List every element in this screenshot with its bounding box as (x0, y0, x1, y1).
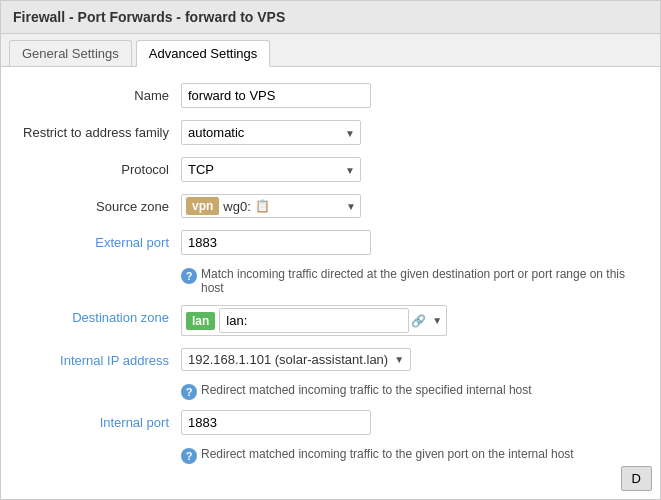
internal-ip-control: 192.168.1.101 (solar-assistant.lan) (181, 348, 640, 371)
protocol-select-wrap: TCP UDP TCP+UDP Any (181, 157, 361, 182)
tab-general[interactable]: General Settings (9, 40, 132, 66)
external-port-help-row: ? Match incoming traffic directed at the… (21, 267, 640, 295)
internal-port-row: Internal port (21, 410, 640, 435)
tab-advanced[interactable]: Advanced Settings (136, 40, 270, 67)
internal-port-label: Internal port (21, 410, 181, 430)
protocol-select[interactable]: TCP UDP TCP+UDP Any (181, 157, 361, 182)
destination-zone-input[interactable] (219, 308, 409, 333)
protocol-label: Protocol (21, 157, 181, 177)
bottom-right-area: D (621, 466, 652, 491)
destination-zone-tag: lan (186, 312, 215, 330)
source-zone-selector[interactable]: vpn wg0: 📋 (181, 194, 361, 218)
restrict-row: Restrict to address family automatic IPv… (21, 120, 640, 145)
destination-zone-row: Destination zone lan 🔗 (21, 305, 640, 336)
external-port-help-icon: ? (181, 268, 197, 284)
source-zone-label: Source zone (21, 194, 181, 214)
external-port-input[interactable] (181, 230, 371, 255)
internal-port-input[interactable] (181, 410, 371, 435)
internal-ip-help-icon: ? (181, 384, 197, 400)
page-wrapper: Firewall - Port Forwards - forward to VP… (0, 0, 661, 500)
internal-port-control (181, 410, 640, 435)
source-zone-text: wg0: (223, 199, 250, 214)
restrict-control: automatic IPv4 only IPv6 only (181, 120, 640, 145)
internal-ip-help: ? Redirect matched incoming traffic to t… (181, 383, 532, 400)
internal-ip-selector[interactable]: 192.168.1.101 (solar-assistant.lan) (181, 348, 411, 371)
name-control (181, 83, 640, 108)
restrict-select-wrap: automatic IPv4 only IPv6 only (181, 120, 361, 145)
internal-port-help-icon: ? (181, 448, 197, 464)
restrict-select[interactable]: automatic IPv4 only IPv6 only (181, 120, 361, 145)
name-input[interactable] (181, 83, 371, 108)
source-zone-control: vpn wg0: 📋 (181, 194, 640, 218)
internal-ip-help-text: Redirect matched incoming traffic to the… (201, 383, 532, 397)
internal-ip-label: Internal IP address (21, 348, 181, 368)
internal-ip-row: Internal IP address 192.168.1.101 (solar… (21, 348, 640, 371)
internal-port-help: ? Redirect matched incoming traffic to t… (181, 447, 574, 464)
destination-zone-label: Destination zone (21, 305, 181, 325)
external-port-control (181, 230, 640, 255)
external-port-help: ? Match incoming traffic directed at the… (181, 267, 640, 295)
external-port-help-text: Match incoming traffic directed at the g… (201, 267, 640, 295)
source-zone-row: Source zone vpn wg0: 📋 (21, 194, 640, 218)
destination-zone-selector[interactable]: lan 🔗 (181, 305, 447, 336)
source-zone-tag: vpn (186, 197, 219, 215)
internal-ip-help-row: ? Redirect matched incoming traffic to t… (21, 383, 640, 400)
internal-ip-value: 192.168.1.101 (solar-assistant.lan) (188, 352, 388, 367)
destination-zone-link-icon: 🔗 (411, 314, 426, 328)
external-port-label: External port (21, 230, 181, 250)
internal-port-help-text: Redirect matched incoming traffic to the… (201, 447, 574, 461)
page-title: Firewall - Port Forwards - forward to VP… (1, 1, 660, 34)
destination-zone-control: lan 🔗 (181, 305, 640, 336)
restrict-label: Restrict to address family (21, 120, 181, 140)
internal-port-help-row: ? Redirect matched incoming traffic to t… (21, 447, 640, 464)
source-zone-copy-icon: 📋 (255, 199, 270, 213)
form-body: Name Restrict to address family automati… (1, 67, 660, 490)
name-row: Name (21, 83, 640, 108)
name-label: Name (21, 83, 181, 103)
protocol-row: Protocol TCP UDP TCP+UDP Any (21, 157, 640, 182)
tabs-bar: General Settings Advanced Settings (1, 34, 660, 67)
d-button[interactable]: D (621, 466, 652, 491)
external-port-row: External port (21, 230, 640, 255)
protocol-control: TCP UDP TCP+UDP Any (181, 157, 640, 182)
